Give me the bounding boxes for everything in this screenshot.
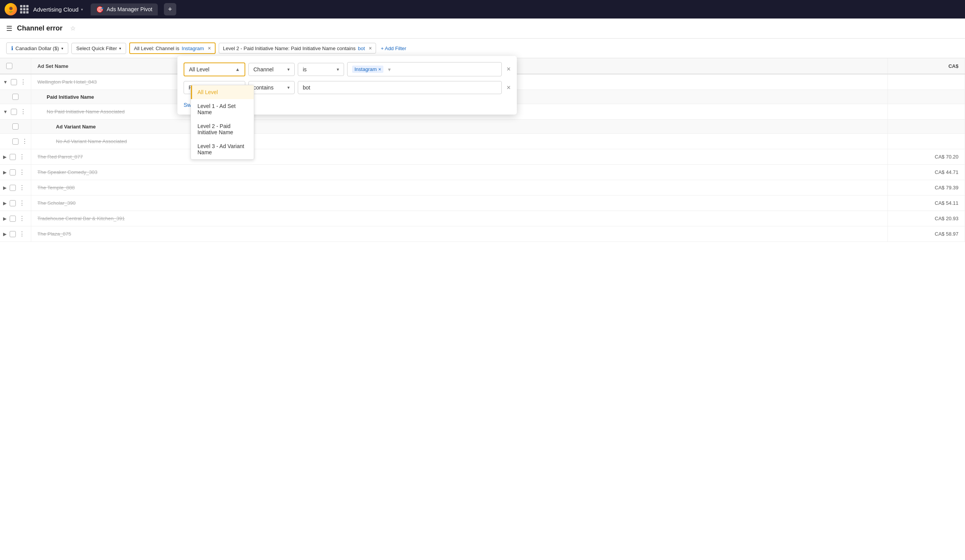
filter-chip-1[interactable]: All Level: Channel is Instagram ×	[129, 42, 216, 54]
row-checkbox[interactable]	[10, 231, 16, 237]
value-tag-close-icon[interactable]: ×	[378, 66, 381, 72]
level-chevron-icon: ▲	[235, 67, 240, 72]
select-all-checkbox[interactable]	[6, 63, 12, 69]
expand-icon[interactable]: ▶	[3, 231, 7, 237]
row-name: Tradehouse Central Bar & Kitchen_391	[37, 216, 125, 221]
kebab-menu-icon[interactable]: ⋮	[19, 153, 25, 160]
operator-value-2: contains	[253, 84, 273, 91]
row-name-cell: The Red Parrot_877	[31, 149, 888, 165]
row-amount-cell	[888, 134, 965, 149]
app-name[interactable]: Advertising Cloud ▾	[33, 6, 83, 13]
row-amount-cell: CA$ 58.97	[888, 226, 965, 242]
value-field-2[interactable]: bot	[298, 81, 502, 94]
value-tag-1: Instagram ×	[352, 66, 383, 73]
kebab-menu-icon[interactable]: ⋮	[19, 230, 25, 238]
quick-filter-selector[interactable]: Select Quick Filter ▾	[71, 43, 126, 54]
page-title: Channel error	[17, 24, 62, 32]
level-value: All Level	[189, 66, 209, 73]
row-checkbox[interactable]	[12, 94, 19, 100]
hamburger-menu-icon[interactable]: ☰	[6, 24, 12, 33]
row-name-cell: Tradehouse Central Bar & Kitchen_391	[31, 211, 888, 226]
kebab-menu-icon[interactable]: ⋮	[19, 184, 25, 191]
filter1-close-icon[interactable]: ×	[208, 45, 211, 51]
level-option-3[interactable]: Level 3 - Ad Variant Name	[191, 139, 254, 159]
row-actions-cell: ▶ ⋮	[0, 149, 31, 165]
row-checkbox[interactable]	[10, 169, 16, 175]
row-amount-cell	[888, 120, 965, 134]
row-checkbox[interactable]	[10, 154, 16, 160]
row-actions-cell: ⋮	[0, 134, 31, 149]
add-tab-button[interactable]: +	[164, 3, 176, 15]
filter-row-1-close-icon[interactable]: ×	[506, 65, 511, 73]
expand-icon[interactable]: ▶	[3, 170, 7, 175]
field-selector-1[interactable]: Channel ▾	[248, 63, 295, 76]
expand-chevron-icon: ▾	[388, 66, 391, 73]
column-header-amount: CA$	[888, 58, 965, 74]
operator-selector-1[interactable]: is ▾	[298, 63, 344, 76]
favorite-star-icon[interactable]: ☆	[70, 25, 76, 32]
row-amount-cell	[888, 74, 965, 90]
operator-chevron-1-icon: ▾	[337, 67, 339, 72]
row-name: Wellington Park Hotel_843	[37, 79, 97, 85]
active-tab[interactable]: 🎯 Ads Manager Pivot	[91, 3, 158, 15]
field-chevron-1-icon: ▾	[287, 67, 290, 72]
filter1-prefix: All Level: Channel is	[134, 46, 179, 51]
row-checkbox[interactable]	[11, 79, 17, 85]
row-amount-cell	[888, 104, 965, 120]
row-actions-cell: ▼ ⋮	[0, 74, 31, 90]
row-amount-cell: CA$ 44.71	[888, 165, 965, 180]
row-checkbox[interactable]	[12, 123, 19, 130]
row-checkbox[interactable]	[10, 216, 16, 222]
kebab-menu-icon[interactable]: ⋮	[19, 169, 25, 176]
sub-header: ☰ Channel error ☆	[0, 19, 965, 39]
row-name: Ad Variant Name	[56, 124, 96, 130]
row-checkbox[interactable]	[12, 138, 19, 145]
row-checkbox[interactable]	[10, 185, 16, 191]
row-amount-cell: CA$ 70.20	[888, 149, 965, 165]
operator-value-1: is	[303, 66, 307, 73]
row-actions-cell: ▶ ⋮	[0, 211, 31, 226]
row-checkbox[interactable]	[10, 200, 16, 206]
currency-selector[interactable]: ℹ Canadian Dollar ($) ▾	[6, 42, 68, 54]
kebab-menu-icon[interactable]: ⋮	[22, 138, 28, 145]
table-row: ▶ ⋮ The Red Parrot_877 CA$ 70.20	[0, 149, 965, 165]
filter-chip-2[interactable]: Level 2 - Paid Initiative Name: Paid Ini…	[219, 43, 376, 54]
level-option-all[interactable]: All Level	[191, 85, 254, 99]
row-amount: CA$ 20.93	[935, 216, 958, 221]
level-option-2[interactable]: Level 2 - Paid Initiative Name	[191, 119, 254, 139]
row-actions-cell: ▶ ⋮	[0, 180, 31, 196]
level-selector[interactable]: All Level ▲ All Level Level 1 - Ad Set N…	[184, 62, 245, 76]
row-name-cell: The Scholar_390	[31, 196, 888, 211]
row-actions-cell	[0, 90, 31, 104]
filter2-close-icon[interactable]: ×	[369, 45, 372, 51]
expand-icon[interactable]: ▶	[3, 201, 7, 206]
header-checkbox-cell	[0, 58, 31, 74]
table-row: ⋮ No Ad Variant Name Associated	[0, 134, 965, 149]
currency-label: Canadian Dollar ($)	[15, 46, 59, 51]
row-amount: CA$ 79.39	[935, 185, 958, 191]
row-name: The Temple_888	[37, 185, 75, 191]
kebab-menu-icon[interactable]: ⋮	[19, 215, 25, 222]
expand-icon[interactable]: ▶	[3, 185, 7, 191]
currency-chevron-icon: ▾	[61, 46, 63, 51]
level-option-1[interactable]: Level 1 - Ad Set Name	[191, 99, 254, 119]
apps-grid-icon[interactable]	[20, 5, 29, 13]
expand-icon[interactable]: ▶	[3, 216, 7, 221]
level-dropdown[interactable]: All Level Level 1 - Ad Set Name Level 2 …	[191, 85, 254, 160]
expand-icon[interactable]: ▼	[3, 79, 8, 85]
add-filter-button[interactable]: + Add Filter	[381, 46, 406, 51]
kebab-menu-icon[interactable]: ⋮	[20, 78, 26, 86]
quick-filter-label: Select Quick Filter	[76, 46, 117, 51]
expand-icon[interactable]: ▶	[3, 154, 7, 160]
row-checkbox[interactable]	[11, 109, 17, 115]
value-field-1[interactable]: Instagram × ▾	[347, 62, 502, 76]
row-name: The Speaker Comedy_303	[37, 169, 97, 175]
operator-selector-2[interactable]: contains ▾	[248, 81, 295, 94]
kebab-menu-icon[interactable]: ⋮	[19, 199, 25, 207]
filter-panel[interactable]: All Level ▲ All Level Level 1 - Ad Set N…	[177, 56, 517, 115]
kebab-menu-icon[interactable]: ⋮	[20, 108, 26, 115]
row-name: The Red Parrot_877	[37, 154, 83, 160]
filter-row-2-close-icon[interactable]: ×	[506, 84, 511, 92]
filter2-value: bot	[358, 46, 365, 51]
expand-icon[interactable]: ▼	[3, 109, 8, 115]
